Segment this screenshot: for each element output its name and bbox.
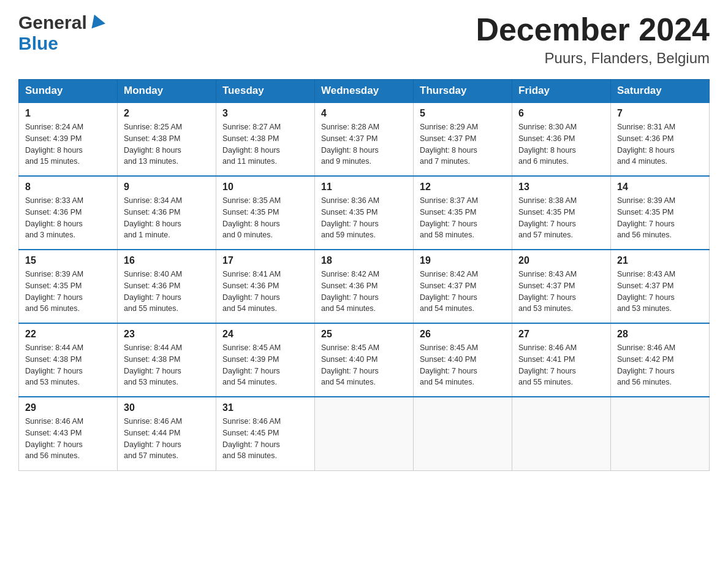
- calendar-table: SundayMondayTuesdayWednesdayThursdayFrid…: [18, 79, 710, 471]
- day-number: 25: [321, 329, 407, 340]
- calendar-week-row: 15Sunrise: 8:39 AMSunset: 4:35 PMDayligh…: [19, 250, 710, 323]
- day-info: Sunrise: 8:46 AMSunset: 4:43 PMDaylight:…: [25, 416, 111, 462]
- day-number: 28: [617, 329, 703, 340]
- day-info: Sunrise: 8:34 AMSunset: 4:36 PMDaylight:…: [124, 195, 210, 241]
- column-header-saturday: Saturday: [611, 80, 710, 103]
- day-number: 18: [321, 255, 407, 266]
- day-number: 8: [25, 182, 111, 193]
- column-header-tuesday: Tuesday: [216, 80, 315, 103]
- calendar-cell: 4Sunrise: 8:28 AMSunset: 4:37 PMDaylight…: [315, 102, 414, 176]
- calendar-cell: 7Sunrise: 8:31 AMSunset: 4:36 PMDaylight…: [611, 102, 710, 176]
- day-number: 13: [518, 182, 604, 193]
- day-number: 1: [25, 108, 111, 119]
- day-info: Sunrise: 8:44 AMSunset: 4:38 PMDaylight:…: [124, 342, 210, 388]
- day-number: 30: [124, 402, 210, 413]
- calendar-cell: 19Sunrise: 8:42 AMSunset: 4:37 PMDayligh…: [414, 250, 512, 323]
- column-header-sunday: Sunday: [19, 80, 118, 103]
- day-number: 6: [518, 108, 604, 119]
- calendar-cell: [315, 397, 414, 470]
- day-info: Sunrise: 8:28 AMSunset: 4:37 PMDaylight:…: [321, 121, 407, 167]
- column-header-friday: Friday: [512, 80, 611, 103]
- calendar-week-row: 8Sunrise: 8:33 AMSunset: 4:36 PMDaylight…: [19, 176, 710, 250]
- day-info: Sunrise: 8:46 AMSunset: 4:41 PMDaylight:…: [518, 342, 604, 388]
- calendar-cell: 27Sunrise: 8:46 AMSunset: 4:41 PMDayligh…: [512, 323, 611, 397]
- day-number: 22: [25, 329, 111, 340]
- calendar-cell: 17Sunrise: 8:41 AMSunset: 4:36 PMDayligh…: [216, 250, 315, 323]
- day-number: 29: [25, 402, 111, 413]
- calendar-cell: 20Sunrise: 8:43 AMSunset: 4:37 PMDayligh…: [512, 250, 611, 323]
- calendar-week-row: 29Sunrise: 8:46 AMSunset: 4:43 PMDayligh…: [19, 397, 710, 470]
- page-header: General Blue December 2024 Puurs, Flande…: [18, 12, 710, 67]
- calendar-cell: 22Sunrise: 8:44 AMSunset: 4:38 PMDayligh…: [19, 323, 118, 397]
- calendar-cell: 15Sunrise: 8:39 AMSunset: 4:35 PMDayligh…: [19, 250, 118, 323]
- day-number: 27: [518, 329, 604, 340]
- calendar-cell: 26Sunrise: 8:45 AMSunset: 4:40 PMDayligh…: [414, 323, 512, 397]
- day-number: 7: [617, 108, 703, 119]
- calendar-cell: 29Sunrise: 8:46 AMSunset: 4:43 PMDayligh…: [19, 397, 118, 470]
- calendar-week-row: 1Sunrise: 8:24 AMSunset: 4:39 PMDaylight…: [19, 102, 710, 176]
- calendar-cell: 21Sunrise: 8:43 AMSunset: 4:37 PMDayligh…: [611, 250, 710, 323]
- logo: General Blue: [18, 12, 105, 54]
- day-info: Sunrise: 8:41 AMSunset: 4:36 PMDaylight:…: [222, 269, 308, 315]
- day-number: 10: [222, 182, 308, 193]
- calendar-cell: 10Sunrise: 8:35 AMSunset: 4:35 PMDayligh…: [216, 176, 315, 250]
- column-header-wednesday: Wednesday: [315, 80, 414, 103]
- calendar-cell: 9Sunrise: 8:34 AMSunset: 4:36 PMDaylight…: [118, 176, 216, 250]
- day-info: Sunrise: 8:46 AMSunset: 4:44 PMDaylight:…: [124, 416, 210, 462]
- day-number: 17: [222, 255, 308, 266]
- day-number: 2: [124, 108, 210, 119]
- day-info: Sunrise: 8:39 AMSunset: 4:35 PMDaylight:…: [617, 195, 703, 241]
- day-number: 16: [124, 255, 210, 266]
- day-number: 31: [222, 402, 308, 413]
- day-number: 5: [420, 108, 506, 119]
- day-info: Sunrise: 8:38 AMSunset: 4:35 PMDaylight:…: [518, 195, 604, 241]
- day-info: Sunrise: 8:31 AMSunset: 4:36 PMDaylight:…: [617, 121, 703, 167]
- calendar-cell: 24Sunrise: 8:45 AMSunset: 4:39 PMDayligh…: [216, 323, 315, 397]
- day-number: 21: [617, 255, 703, 266]
- calendar-cell: 14Sunrise: 8:39 AMSunset: 4:35 PMDayligh…: [611, 176, 710, 250]
- day-info: Sunrise: 8:46 AMSunset: 4:42 PMDaylight:…: [617, 342, 703, 388]
- day-info: Sunrise: 8:39 AMSunset: 4:35 PMDaylight:…: [25, 269, 111, 315]
- location-subtitle: Puurs, Flanders, Belgium: [476, 50, 710, 67]
- day-info: Sunrise: 8:45 AMSunset: 4:40 PMDaylight:…: [420, 342, 506, 388]
- day-number: 9: [124, 182, 210, 193]
- day-info: Sunrise: 8:44 AMSunset: 4:38 PMDaylight:…: [25, 342, 111, 388]
- calendar-cell: 13Sunrise: 8:38 AMSunset: 4:35 PMDayligh…: [512, 176, 611, 250]
- calendar-cell: 6Sunrise: 8:30 AMSunset: 4:36 PMDaylight…: [512, 102, 611, 176]
- month-year-title: December 2024: [476, 12, 710, 47]
- title-block: December 2024 Puurs, Flanders, Belgium: [476, 12, 710, 67]
- calendar-cell: 5Sunrise: 8:29 AMSunset: 4:37 PMDaylight…: [414, 102, 512, 176]
- day-info: Sunrise: 8:25 AMSunset: 4:38 PMDaylight:…: [124, 121, 210, 167]
- logo-blue-text: Blue: [18, 33, 58, 53]
- calendar-week-row: 22Sunrise: 8:44 AMSunset: 4:38 PMDayligh…: [19, 323, 710, 397]
- day-info: Sunrise: 8:43 AMSunset: 4:37 PMDaylight:…: [518, 269, 604, 315]
- column-header-monday: Monday: [118, 80, 216, 103]
- day-number: 14: [617, 182, 703, 193]
- day-number: 23: [124, 329, 210, 340]
- calendar-cell: 28Sunrise: 8:46 AMSunset: 4:42 PMDayligh…: [611, 323, 710, 397]
- calendar-cell: [414, 397, 512, 470]
- calendar-header-row: SundayMondayTuesdayWednesdayThursdayFrid…: [19, 80, 710, 103]
- day-number: 20: [518, 255, 604, 266]
- day-number: 4: [321, 108, 407, 119]
- day-number: 3: [222, 108, 308, 119]
- day-info: Sunrise: 8:35 AMSunset: 4:35 PMDaylight:…: [222, 195, 308, 241]
- day-number: 11: [321, 182, 407, 193]
- day-info: Sunrise: 8:40 AMSunset: 4:36 PMDaylight:…: [124, 269, 210, 315]
- day-number: 24: [222, 329, 308, 340]
- day-info: Sunrise: 8:36 AMSunset: 4:35 PMDaylight:…: [321, 195, 407, 241]
- day-number: 19: [420, 255, 506, 266]
- day-info: Sunrise: 8:43 AMSunset: 4:37 PMDaylight:…: [617, 269, 703, 315]
- day-number: 12: [420, 182, 506, 193]
- calendar-cell: [512, 397, 611, 470]
- day-info: Sunrise: 8:45 AMSunset: 4:39 PMDaylight:…: [222, 342, 308, 388]
- column-header-thursday: Thursday: [414, 80, 512, 103]
- calendar-cell: 11Sunrise: 8:36 AMSunset: 4:35 PMDayligh…: [315, 176, 414, 250]
- day-number: 15: [25, 255, 111, 266]
- calendar-cell: 18Sunrise: 8:42 AMSunset: 4:36 PMDayligh…: [315, 250, 414, 323]
- day-info: Sunrise: 8:24 AMSunset: 4:39 PMDaylight:…: [25, 121, 111, 167]
- calendar-cell: 1Sunrise: 8:24 AMSunset: 4:39 PMDaylight…: [19, 102, 118, 176]
- calendar-cell: 12Sunrise: 8:37 AMSunset: 4:35 PMDayligh…: [414, 176, 512, 250]
- day-info: Sunrise: 8:29 AMSunset: 4:37 PMDaylight:…: [420, 121, 506, 167]
- day-info: Sunrise: 8:27 AMSunset: 4:38 PMDaylight:…: [222, 121, 308, 167]
